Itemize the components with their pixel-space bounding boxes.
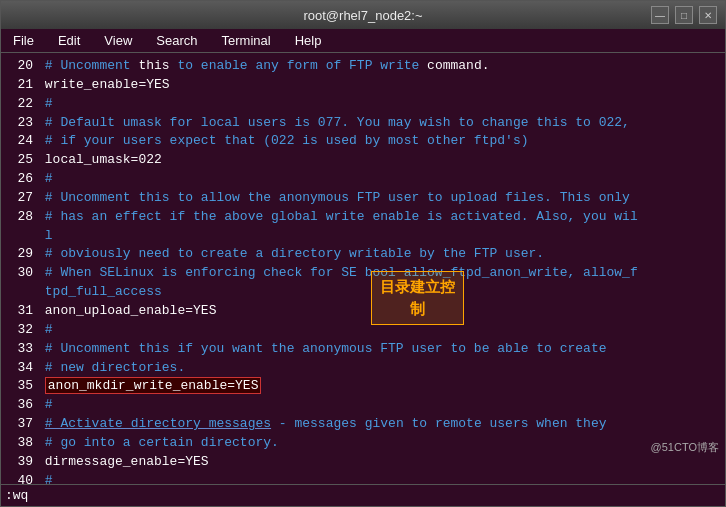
title-bar: root@rhel7_node2:~ — □ ✕ xyxy=(1,1,725,29)
menu-view[interactable]: View xyxy=(100,31,136,50)
menu-terminal[interactable]: Terminal xyxy=(218,31,275,50)
status-bar: :wq xyxy=(1,484,725,506)
line-33: 33 # Uncomment this if you want the anon… xyxy=(5,340,721,359)
vim-command: :wq xyxy=(5,488,28,503)
menu-help[interactable]: Help xyxy=(291,31,326,50)
line-20: 20 # Uncomment this to enable any form o… xyxy=(5,57,721,76)
line-21: 21 write_enable=YES xyxy=(5,76,721,95)
line-30: 30 # When SELinux is enforcing check for… xyxy=(5,264,721,283)
maximize-button[interactable]: □ xyxy=(675,6,693,24)
line-24: 24 # if your users expect that (022 is u… xyxy=(5,132,721,151)
line-25: 25 local_umask=022 xyxy=(5,151,721,170)
minimize-button[interactable]: — xyxy=(651,6,669,24)
line-27: 27 # Uncomment this to allow the anonymo… xyxy=(5,189,721,208)
menu-file[interactable]: File xyxy=(9,31,38,50)
menu-edit[interactable]: Edit xyxy=(54,31,84,50)
window-controls: — □ ✕ xyxy=(651,6,717,24)
line-23: 23 # Default umask for local users is 07… xyxy=(5,114,721,133)
line-30-cont: tpd_full_access xyxy=(5,283,721,302)
line-36: 36 # xyxy=(5,396,721,415)
watermark: @51CTO博客 xyxy=(651,440,719,456)
terminal-content[interactable]: 20 # Uncomment this to enable any form o… xyxy=(1,53,725,484)
line-40: 40 # xyxy=(5,472,721,484)
menu-search[interactable]: Search xyxy=(152,31,201,50)
line-31: 31 anon_upload_enable=YES xyxy=(5,302,721,321)
line-28: 28 # has an effect if the above global w… xyxy=(5,208,721,227)
line-26: 26 # xyxy=(5,170,721,189)
close-button[interactable]: ✕ xyxy=(699,6,717,24)
line-29: 29 # obviously need to create a director… xyxy=(5,245,721,264)
line-35: 35 anon_mkdir_write_enable=YES xyxy=(5,377,721,396)
line-37: 37 # Activate directory messages - messa… xyxy=(5,415,721,434)
line-32: 32 # xyxy=(5,321,721,340)
line-28-cont: l xyxy=(5,227,721,246)
window-title: root@rhel7_node2:~ xyxy=(303,8,422,23)
line-22: 22 # xyxy=(5,95,721,114)
menu-bar: File Edit View Search Terminal Help xyxy=(1,29,725,53)
line-38: 38 # go into a certain directory. xyxy=(5,434,721,453)
line-39: 39 dirmessage_enable=YES xyxy=(5,453,721,472)
annotation-overlay: 目录建立控 制 xyxy=(371,271,464,325)
terminal-window: root@rhel7_node2:~ — □ ✕ File Edit View … xyxy=(0,0,726,507)
line-34: 34 # new directories. xyxy=(5,359,721,378)
